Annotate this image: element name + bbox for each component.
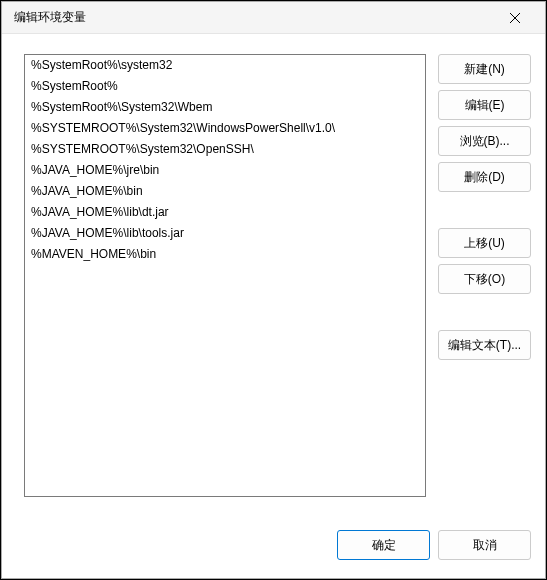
bottom-bar: 确定 取消: [2, 522, 545, 578]
new-button[interactable]: 新建(N): [438, 54, 531, 84]
cancel-button[interactable]: 取消: [438, 530, 531, 560]
edit-env-var-dialog: 编辑环境变量 %SystemRoot%\system32 %SystemRoot…: [1, 1, 546, 579]
list-item[interactable]: %JAVA_HOME%\jre\bin: [25, 160, 425, 181]
dialog-title: 编辑环境变量: [14, 9, 495, 26]
path-listbox[interactable]: %SystemRoot%\system32 %SystemRoot% %Syst…: [24, 54, 426, 497]
moveup-button[interactable]: 上移(U): [438, 228, 531, 258]
browse-button[interactable]: 浏览(B)...: [438, 126, 531, 156]
edittext-button[interactable]: 编辑文本(T)...: [438, 330, 531, 360]
list-item[interactable]: %JAVA_HOME%\lib\tools.jar: [25, 223, 425, 244]
list-item[interactable]: %MAVEN_HOME%\bin: [25, 244, 425, 265]
movedown-button[interactable]: 下移(O): [438, 264, 531, 294]
list-item[interactable]: %JAVA_HOME%\lib\dt.jar: [25, 202, 425, 223]
content-area: %SystemRoot%\system32 %SystemRoot% %Syst…: [2, 34, 545, 522]
side-button-panel: 新建(N) 编辑(E) 浏览(B)... 删除(D) 上移(U) 下移(O) 编…: [438, 54, 531, 514]
spacer: [438, 198, 531, 222]
titlebar: 编辑环境变量: [2, 2, 545, 34]
list-item[interactable]: %SYSTEMROOT%\System32\OpenSSH\: [25, 139, 425, 160]
list-item[interactable]: %SystemRoot%\System32\Wbem: [25, 97, 425, 118]
spacer: [438, 300, 531, 324]
list-item[interactable]: %SystemRoot%\system32: [25, 55, 425, 76]
list-item[interactable]: %JAVA_HOME%\bin: [25, 181, 425, 202]
ok-button[interactable]: 确定: [337, 530, 430, 560]
close-icon: [510, 13, 520, 23]
edit-button[interactable]: 编辑(E): [438, 90, 531, 120]
delete-button[interactable]: 删除(D): [438, 162, 531, 192]
list-item[interactable]: %SYSTEMROOT%\System32\WindowsPowerShell\…: [25, 118, 425, 139]
close-button[interactable]: [495, 4, 535, 32]
list-item[interactable]: %SystemRoot%: [25, 76, 425, 97]
